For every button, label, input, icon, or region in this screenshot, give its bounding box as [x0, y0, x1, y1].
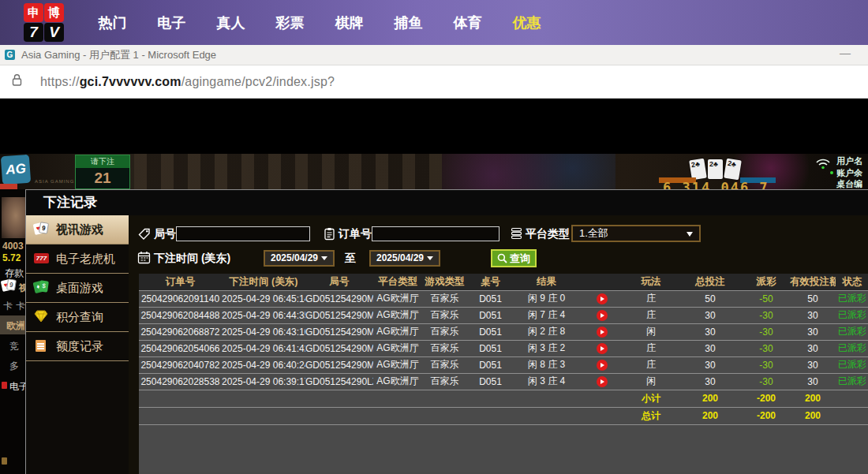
table-games-icon: ♦$ — [34, 281, 50, 295]
bet-time-label: 下注时间 (美东) — [154, 252, 230, 266]
date-from-picker[interactable]: 2025/04/29 — [264, 250, 335, 267]
to-label: 至 — [345, 252, 356, 266]
table-row: 250429062054066 2025-04-29 06:41:42 GD05… — [139, 340, 868, 356]
window-title-bar: G Asia Gaming - 用户配置 1 - Microsoft Edge … — [0, 45, 868, 65]
asia-gaming-logo-subtext: ASIA GAMING — [35, 179, 74, 184]
round-number-label: 局号 — [154, 227, 176, 241]
url-domain: gci.7vvvvvv.com — [80, 75, 181, 88]
grandtotal-row: 总计 200 -200 200 — [139, 407, 868, 424]
table-row: 250429062091140 2025-04-29 06:45:14 GD05… — [139, 290, 868, 307]
modal-title: 下注记录 — [26, 190, 868, 215]
round-number-input[interactable] — [176, 226, 310, 241]
logo-char: 7 — [24, 23, 43, 42]
table-header-row: 订单号 下注时间 (美东) 局号 平台类型 游戏类型 桌号 结果 玩法 总投注 … — [139, 274, 868, 290]
occluded-left-sidebar: 4003 5.72 存款 ♥9 视 卡卡 欧洲 竞 多 电子 — [0, 189, 25, 474]
replay-button[interactable] — [597, 343, 608, 354]
diamond-icon — [34, 310, 50, 324]
lock-icon[interactable] — [11, 73, 23, 90]
menu-item-hot[interactable]: 热门 — [83, 13, 142, 32]
balance-sub: 5.72 — [2, 252, 21, 263]
subtotal-row: 小计 200 -200 200 — [139, 390, 868, 407]
replay-button[interactable] — [597, 360, 608, 371]
status-dot — [830, 171, 833, 174]
card-tab[interactable]: 卡卡 — [3, 300, 25, 313]
menu-item-live[interactable]: 真人 — [201, 13, 260, 32]
document-icon — [34, 339, 50, 353]
table-row: 250429062028538 2025-04-29 06:39:17 GD05… — [139, 373, 868, 390]
url-text[interactable]: https://gci.7vvvvvv.com/agingame/pcv2/in… — [40, 75, 335, 89]
menu-item-lottery[interactable]: 彩票 — [260, 13, 320, 32]
replay-button[interactable] — [597, 327, 608, 338]
platform-type-label: 平台类型 — [526, 227, 570, 241]
replay-button[interactable] — [597, 293, 608, 304]
site-top-nav: 申 博 7 V 热门 电子 真人 彩票 棋牌 捕鱼 体育 优惠 — [0, 0, 868, 45]
chevron-down-icon — [427, 256, 433, 260]
table-number-label: 桌台编 — [836, 178, 868, 189]
user-info-labels: 用户名 账户余 桌台编 — [836, 155, 868, 189]
slot-machines-image — [442, 154, 615, 189]
page-favicon-icon: G — [5, 50, 15, 60]
avatar — [2, 197, 25, 238]
calendar-icon — [137, 251, 151, 267]
search-icon — [497, 253, 507, 263]
menu-item-slots[interactable]: 电子 — [142, 13, 201, 32]
site-logo[interactable]: 申 博 7 V — [24, 3, 65, 43]
sidebar-item-jing[interactable]: 竞 — [9, 340, 19, 353]
region-tab[interactable]: 欧洲 — [0, 315, 25, 334]
cards-icon: ♥9 — [2, 279, 17, 293]
balance-main: 4003 — [2, 241, 24, 252]
sidebar-item-video-games[interactable]: ♥9 视讯游戏 — [26, 215, 129, 244]
jackpot-counter: 6 314 046 7 — [663, 180, 769, 189]
sidebar-item-slots[interactable]: 777 电子老虎机 — [26, 244, 129, 274]
table-row: 250429062084488 2025-04-29 06:44:35 GD05… — [139, 307, 868, 323]
modal-content: 局号 订单号 平台类型 1.全部 — [129, 215, 868, 474]
bet-prompt: 请下注 — [76, 155, 129, 168]
username-label: 用户名 — [836, 155, 868, 167]
slot-777-icon: 777 — [34, 252, 50, 266]
logo-char: 博 — [44, 3, 64, 22]
tag-icon — [138, 228, 151, 244]
replay-button[interactable] — [597, 376, 608, 387]
lobby-banner: AG ASIA GAMING 请下注 21 2♣ 2♣ 2♣ 6 314 046… — [0, 154, 868, 189]
logo-char: 申 — [24, 3, 43, 22]
table-row: 250429062068872 2025-04-29 06:43:10 GD05… — [139, 323, 868, 340]
asia-gaming-logo: AG — [1, 155, 31, 185]
date-to-picker[interactable]: 2025/04/29 — [369, 250, 440, 267]
replay-button[interactable] — [597, 310, 608, 321]
sidebar-item-dianzi[interactable]: 电子 — [9, 380, 25, 394]
asia-gaming-logo-bar — [0, 184, 17, 189]
sidebar-item-points-query[interactable]: 积分查询 — [26, 303, 129, 332]
list-icon — [511, 227, 522, 243]
menu-item-chess[interactable]: 棋牌 — [320, 13, 379, 32]
sidebar-item-credit-records[interactable]: 额度记录 — [26, 332, 129, 361]
main-menu: 热门 电子 真人 彩票 棋牌 捕鱼 体育 优惠 — [83, 0, 556, 45]
slot-mini-icon — [2, 382, 7, 389]
order-number-input[interactable] — [372, 226, 499, 241]
menu-item-promo[interactable]: 优惠 — [497, 13, 556, 32]
wifi-icon — [814, 157, 832, 173]
cards-icon: ♥9 — [34, 222, 50, 237]
minimize-button[interactable]: — — [840, 47, 851, 59]
clipboard-icon — [324, 227, 335, 244]
bet-countdown: 21 — [76, 168, 129, 188]
deposit-button[interactable]: 存款 — [5, 267, 24, 280]
menu-item-fishing[interactable]: 捕鱼 — [379, 13, 438, 32]
chevron-down-icon — [321, 256, 327, 260]
bet-countdown-panel: 请下注 21 — [75, 155, 130, 189]
address-bar[interactable]: https://gci.7vvvvvv.com/agingame/pcv2/in… — [0, 65, 868, 99]
modal-sidebar: ♥9 视讯游戏 777 电子老虎机 ♦$ 桌面游戏 积分查询 — [26, 215, 129, 474]
platform-type-select[interactable]: 1.全部 — [571, 225, 701, 242]
banner-backdrop — [134, 154, 442, 189]
video-tab[interactable]: 视 — [19, 282, 25, 295]
table-empty-area — [139, 424, 868, 472]
playing-card: 2♣ — [708, 159, 723, 179]
search-button[interactable]: 查询 — [491, 249, 537, 267]
url-scheme: https:// — [40, 75, 80, 88]
sidebar-item-table-games[interactable]: ♦$ 桌面游戏 — [26, 274, 129, 303]
order-number-label: 订单号 — [339, 227, 372, 241]
chevron-down-icon — [687, 232, 693, 237]
sidebar-item-duo[interactable]: 多 — [9, 360, 19, 373]
menu-item-sports[interactable]: 体育 — [438, 13, 497, 32]
partial-icon — [2, 457, 7, 465]
url-path: /agingame/pcv2/index.jsp? — [181, 75, 335, 88]
